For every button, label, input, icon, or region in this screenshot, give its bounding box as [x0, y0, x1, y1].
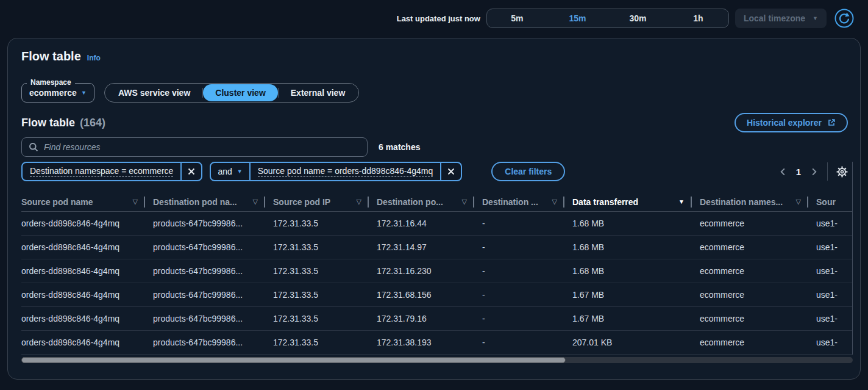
cell-source-pod-name: orders-dd898c846-4g4mq — [21, 338, 145, 347]
column-filter-icon[interactable]: ▽ — [796, 198, 801, 206]
tab-external-view[interactable]: External view — [279, 84, 358, 101]
filter-token-text: Destination namespace = ecommerce — [30, 166, 173, 177]
cell-destination-pod-name: products-647bc99986... — [145, 314, 265, 323]
current-page-number[interactable]: 1 — [796, 167, 801, 177]
cell-source-pod-ip: 172.31.33.5 — [265, 218, 369, 228]
table-right-divider — [852, 162, 853, 355]
info-link[interactable]: Info — [87, 54, 101, 62]
filter-token-label[interactable]: Source pod name = orders-dd898c846-4g4mq — [251, 163, 441, 180]
refresh-button[interactable] — [834, 8, 855, 29]
column-label: Destination po... — [377, 197, 443, 207]
remove-filter-button[interactable] — [182, 163, 201, 180]
cell-destination: - — [474, 290, 564, 300]
column-header-destination-pod-ip[interactable]: Destination po... ▽ — [369, 192, 474, 211]
filter-operator-dropdown[interactable]: and ▼ — [211, 163, 249, 180]
cell-source-pod-name: orders-dd898c846-4g4mq — [21, 266, 145, 276]
cell-destination: - — [474, 266, 564, 276]
column-filter-icon[interactable]: ▽ — [552, 198, 557, 206]
filter-token-label[interactable]: Destination namespace = ecommerce — [23, 163, 180, 180]
column-header-source-truncated[interactable]: Sour — [808, 192, 853, 211]
table-row: orders-dd898c846-4g4mq products-647bc999… — [21, 307, 853, 331]
cell-source-pod-name: orders-dd898c846-4g4mq — [21, 218, 145, 228]
cell-source-pod-ip: 172.31.33.5 — [265, 338, 369, 347]
cell-source-pod-ip: 172.31.33.5 — [265, 242, 369, 252]
flow-table-panel: Flow table Info Namespace ecommerce ▼ AW… — [7, 38, 861, 380]
time-range-1h[interactable]: 1h — [668, 9, 728, 27]
time-range-15m[interactable]: 15m — [547, 9, 608, 27]
time-range-5m[interactable]: 5m — [487, 9, 547, 27]
cell-destination-pod-ip: 172.31.38.193 — [369, 338, 474, 347]
timezone-dropdown[interactable]: Local timezone ▼ — [735, 9, 827, 28]
table-section-header: Flow table (164) Historical explorer — [21, 113, 853, 132]
cell-destination-namespace: ecommerce — [692, 242, 808, 252]
filter-token-source-pod-name: and ▼ Source pod name = orders-dd898c846… — [210, 162, 462, 181]
chevron-left-icon — [778, 167, 788, 176]
close-icon — [447, 167, 455, 176]
namespace-select-label: Namespace — [27, 78, 75, 87]
cell-destination-pod-ip: 172.31.79.16 — [369, 314, 474, 323]
tab-cluster-view[interactable]: Cluster view — [203, 84, 277, 101]
previous-page-button[interactable] — [778, 167, 788, 176]
cell-data-transferred: 1.67 MB — [564, 290, 692, 300]
cell-source-pod-name: orders-dd898c846-4g4mq — [21, 242, 145, 252]
gear-icon — [836, 166, 848, 178]
cell-destination-namespace: ecommerce — [692, 314, 808, 323]
sort-descending-icon[interactable]: ▼ — [678, 198, 685, 205]
table-header: Source pod name ▽ Destination pod na... … — [21, 192, 853, 212]
column-header-destination-namespace[interactable]: Destination names... ▽ — [692, 192, 808, 211]
cell-data-transferred: 1.68 MB — [564, 266, 692, 276]
tab-aws-service-view[interactable]: AWS service view — [106, 84, 202, 101]
cell-destination: - — [474, 338, 564, 347]
chevron-down-icon: ▼ — [81, 90, 87, 96]
close-icon — [187, 167, 196, 176]
column-filter-icon[interactable]: ▽ — [357, 198, 361, 206]
cell-source-truncated: use1- — [808, 242, 853, 252]
historical-explorer-button[interactable]: Historical explorer — [735, 113, 848, 132]
chevron-right-icon — [809, 167, 819, 176]
cell-destination: - — [474, 314, 564, 323]
column-filter-icon[interactable]: ▽ — [133, 198, 138, 206]
search-box — [21, 137, 368, 157]
pagination-divider — [827, 162, 828, 181]
column-header-source-pod-ip[interactable]: Source pod IP ▽ — [265, 192, 369, 211]
cell-source-truncated: use1- — [808, 314, 853, 323]
cell-source-truncated: use1- — [808, 290, 853, 300]
external-link-icon — [827, 118, 836, 127]
cell-source-truncated: use1- — [808, 338, 853, 347]
table-row: orders-dd898c846-4g4mq products-647bc999… — [21, 283, 853, 307]
column-label: Source pod IP — [273, 197, 330, 207]
column-filter-icon[interactable]: ▽ — [253, 198, 258, 206]
horizontal-scrollbar[interactable] — [21, 357, 853, 363]
cell-destination-pod-ip: 172.31.16.230 — [369, 266, 474, 276]
filter-token-destination-namespace: Destination namespace = ecommerce — [21, 162, 202, 181]
view-controls-row: Namespace ecommerce ▼ AWS service view C… — [21, 83, 853, 103]
column-label: Destination names... — [700, 197, 783, 207]
time-range-30m[interactable]: 30m — [608, 9, 668, 27]
clear-filters-button[interactable]: Clear filters — [491, 162, 565, 181]
column-header-destination[interactable]: Destination ... ▽ — [474, 192, 564, 211]
namespace-select[interactable]: Namespace ecommerce ▼ — [21, 83, 94, 103]
table-row: orders-dd898c846-4g4mq products-647bc999… — [21, 236, 853, 259]
column-header-data-transferred[interactable]: Data transferred ▼ — [564, 192, 692, 211]
column-filter-icon[interactable]: ▽ — [462, 198, 467, 206]
column-header-destination-pod-name[interactable]: Destination pod na... ▽ — [145, 192, 265, 211]
cell-destination-pod-name: products-647bc99986... — [145, 290, 265, 300]
table-row: orders-dd898c846-4g4mq products-647bc999… — [21, 212, 853, 236]
remove-filter-button[interactable] — [441, 163, 461, 180]
cell-data-transferred: 207.01 KB — [564, 338, 692, 347]
cell-destination-pod-ip: 172.31.16.44 — [369, 218, 474, 228]
filter-token-text: Source pod name = orders-dd898c846-4g4mq — [258, 166, 433, 177]
search-input[interactable] — [44, 142, 360, 152]
next-page-button[interactable] — [809, 167, 819, 176]
panel-title-row: Flow table Info — [21, 49, 853, 63]
historical-explorer-label: Historical explorer — [747, 118, 822, 128]
table-row: orders-dd898c846-4g4mq products-647bc999… — [21, 331, 853, 355]
column-label: Destination pod na... — [153, 197, 237, 207]
table-preferences-button[interactable] — [836, 166, 848, 178]
cell-destination-namespace: ecommerce — [692, 266, 808, 276]
column-header-source-pod-name[interactable]: Source pod name ▽ — [21, 192, 145, 211]
column-label: Destination ... — [482, 197, 538, 207]
cell-destination: - — [474, 242, 564, 252]
scrollbar-thumb[interactable] — [21, 357, 566, 363]
timezone-label: Local timezone — [744, 13, 805, 23]
